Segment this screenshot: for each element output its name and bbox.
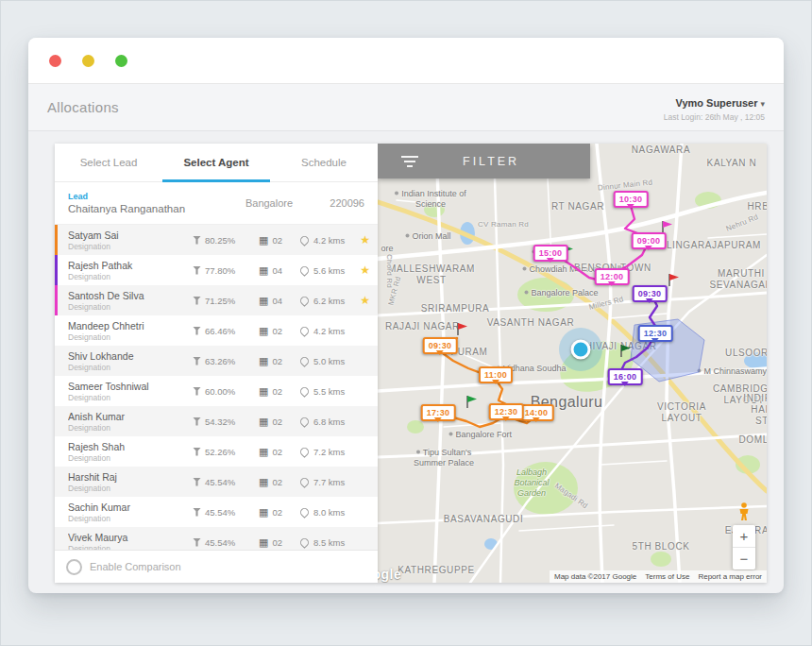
- agent-count: 04: [272, 265, 282, 276]
- agent-count: 02: [272, 537, 282, 548]
- time-marker[interactable]: 14:00: [519, 404, 554, 421]
- last-login: Last Login: 26th May , 12:05: [664, 112, 765, 122]
- window-chrome: [28, 38, 784, 84]
- score-funnel-icon: [193, 297, 201, 305]
- time-marker[interactable]: 12:00: [595, 268, 630, 285]
- flag-icon[interactable]: [663, 221, 672, 233]
- agent-row[interactable]: Sameer ToshniwalDesignation 60.00% ▦02 5…: [55, 376, 378, 406]
- agent-count: 02: [272, 386, 282, 397]
- agent-name: Satyam Sai: [68, 230, 193, 241]
- score-funnel-icon: [193, 478, 201, 486]
- distance-pin-icon: [298, 234, 311, 246]
- agent-row[interactable]: Vivek MauryaDesignation 45.54% ▦02 8.5 k…: [55, 527, 378, 550]
- score-funnel-icon: [193, 538, 201, 547]
- distance-pin-icon: [298, 355, 311, 367]
- agent-row[interactable]: Rajesh ShahDesignation 52.26% ▦02 7.2 km…: [55, 436, 378, 467]
- agent-name: Rajesh Shah: [68, 441, 193, 452]
- distance-pin-icon: [298, 264, 311, 277]
- minimize-window-icon[interactable]: [82, 55, 94, 67]
- agent-designation: Designation: [68, 453, 193, 463]
- agent-count: 02: [272, 356, 282, 366]
- agent-name: Mandeep Chhetri: [68, 320, 193, 332]
- score-funnel-icon: [193, 417, 201, 426]
- agent-name: Sameer Toshniwal: [68, 381, 193, 392]
- distance-pin-icon: [298, 476, 311, 488]
- pegman-glyph: [738, 502, 750, 521]
- zoom-out-button[interactable]: −: [733, 547, 755, 570]
- main-content: Select Lead Select Agent Schedule Lead C…: [55, 144, 767, 583]
- filter-lines-icon: [400, 155, 419, 168]
- meetings-grid-icon: ▦: [259, 296, 268, 306]
- meetings-grid-icon: ▦: [259, 326, 268, 336]
- flag-icon[interactable]: [621, 345, 631, 357]
- time-marker[interactable]: 12:30: [489, 403, 524, 420]
- report-map-error-link[interactable]: Report a map error: [698, 572, 762, 581]
- lead-city: Bangalore: [227, 197, 312, 209]
- pegman-icon[interactable]: [733, 501, 755, 523]
- terms-of-use-link[interactable]: Terms of Use: [645, 572, 689, 581]
- route-color-bar: [55, 285, 58, 315]
- close-window-icon[interactable]: [49, 55, 61, 67]
- lead-code: 220096: [312, 197, 364, 209]
- agent-row[interactable]: Anish KumarDesignation 54.32% ▦02 6.8 km…: [55, 406, 378, 436]
- app-window: Allocations Vymo Superuser▾ Last Login: …: [28, 38, 784, 593]
- agent-distance: 4.2 kms: [313, 326, 345, 336]
- agent-score: 60.00%: [205, 386, 235, 397]
- agent-score: 54.32%: [205, 416, 235, 427]
- flag-icon[interactable]: [458, 323, 467, 335]
- distance-pin-icon: [298, 385, 311, 398]
- agent-count: 02: [272, 416, 282, 427]
- agent-row[interactable]: Santosh De SilvaDesignation 71.25% ▦04 6…: [55, 285, 378, 315]
- maximize-window-icon[interactable]: [115, 55, 127, 67]
- agent-score: 71.25%: [205, 296, 235, 306]
- time-marker[interactable]: 15:00: [533, 245, 568, 262]
- enable-comparison-radio[interactable]: [66, 559, 82, 575]
- agent-count: 02: [272, 235, 282, 246]
- agent-row[interactable]: Shiv LokhandeDesignation 63.26% ▦02 5.0 …: [55, 346, 378, 376]
- time-marker[interactable]: 17:30: [421, 404, 456, 421]
- filter-button[interactable]: FILTER: [378, 144, 590, 178]
- tab-select-agent[interactable]: Select Agent: [162, 144, 270, 181]
- map-data-credit: Map data ©2017 Google: [554, 572, 636, 581]
- agent-distance: 5.0 kms: [313, 356, 345, 366]
- user-menu[interactable]: Vymo Superuser▾ Last Login: 26th May , 1…: [664, 94, 765, 122]
- time-marker[interactable]: 10:30: [614, 191, 649, 208]
- zoom-in-button[interactable]: +: [733, 525, 755, 547]
- route-color-bar: [55, 255, 58, 285]
- map-canvas[interactable]: NAGAWARA KALYAN N Dinnur Main Rd Indian …: [378, 144, 767, 583]
- score-funnel-icon: [193, 236, 201, 245]
- app-header: Allocations Vymo Superuser▾ Last Login: …: [28, 84, 784, 131]
- agent-row[interactable]: Rajesh PathakDesignation 77.80% ▦04 5.6 …: [55, 255, 378, 285]
- meetings-grid-icon: ▦: [259, 477, 268, 487]
- star-icon[interactable]: ★: [357, 233, 378, 246]
- time-marker[interactable]: 11:00: [479, 366, 513, 383]
- map-attribution: Map data ©2017 Google Terms of Use Repor…: [550, 570, 767, 583]
- agent-name: Anish Kumar: [68, 411, 193, 422]
- agent-score: 52.26%: [205, 447, 235, 457]
- time-marker[interactable]: 12:30: [638, 325, 673, 342]
- flag-icon[interactable]: [467, 396, 477, 408]
- meetings-grid-icon: ▦: [259, 447, 268, 457]
- time-marker[interactable]: 09:30: [633, 285, 668, 302]
- time-marker[interactable]: 16:00: [608, 368, 643, 385]
- lead-label: Lead: [68, 192, 227, 201]
- time-marker[interactable]: 09:30: [423, 337, 458, 354]
- agent-score: 77.80%: [205, 265, 235, 276]
- agent-row[interactable]: Sachin KumarDesignation 45.54% ▦02 8.0 k…: [55, 497, 378, 527]
- google-logo[interactable]: Google: [378, 567, 401, 582]
- current-location-dot[interactable]: [571, 340, 591, 360]
- tab-select-lead[interactable]: Select Lead: [55, 144, 162, 181]
- agent-row[interactable]: Harshit RajDesignation 45.54% ▦02 7.7 km…: [55, 467, 378, 497]
- tab-schedule[interactable]: Schedule: [270, 144, 378, 181]
- chevron-down-icon: ▾: [760, 99, 765, 109]
- star-icon[interactable]: ★: [357, 294, 378, 307]
- route-color-bar: [55, 225, 58, 255]
- agent-score: 45.54%: [205, 537, 235, 548]
- agent-row[interactable]: Mandeep ChhetriDesignation 66.46% ▦02 4.…: [55, 315, 378, 346]
- agent-designation: Designation: [68, 272, 193, 281]
- star-icon[interactable]: ★: [357, 264, 378, 277]
- agent-row[interactable]: Satyam SaiDesignation 80.25% ▦02 4.2 kms…: [55, 225, 378, 255]
- time-marker[interactable]: 09:00: [632, 232, 667, 249]
- agent-designation: Designation: [68, 302, 193, 312]
- flag-icon[interactable]: [669, 274, 679, 286]
